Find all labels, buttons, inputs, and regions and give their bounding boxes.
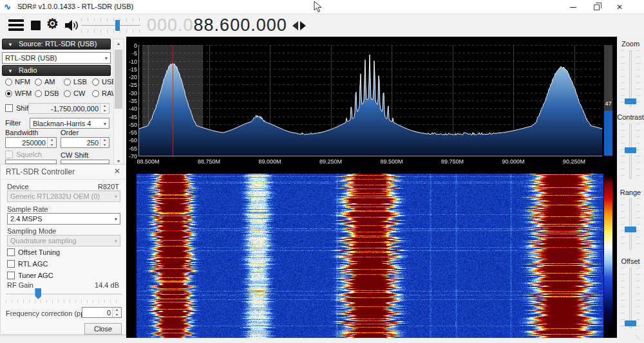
order-label: Order bbox=[61, 129, 79, 136]
contrast-slider-thumb[interactable] bbox=[625, 147, 636, 153]
radio-mode-usb[interactable]: USB bbox=[92, 78, 117, 86]
radio-button-icon[interactable] bbox=[35, 90, 42, 97]
volume-track bbox=[81, 25, 140, 26]
menu-button[interactable] bbox=[8, 19, 24, 33]
waterfall-display[interactable] bbox=[126, 172, 617, 338]
waterfall-plot[interactable] bbox=[126, 172, 617, 338]
volume-slider[interactable] bbox=[81, 14, 140, 37]
audio-mute-button[interactable] bbox=[64, 19, 80, 32]
shift-checkbox-box[interactable] bbox=[5, 104, 13, 112]
settings-gear-button[interactable]: ⚙ bbox=[46, 16, 59, 32]
frequency-display[interactable]: 000.088.600.000 bbox=[147, 14, 306, 37]
frequency-correction-label: Frequency correction (ppm) bbox=[6, 310, 93, 317]
source-device-dropdown[interactable]: RTL-SDR (USB)▾ bbox=[2, 52, 111, 64]
checkbox-label: Tuner AGC bbox=[18, 272, 53, 279]
offset-slider-label: Offset bbox=[617, 257, 644, 265]
minimize-button[interactable] bbox=[562, 0, 585, 14]
spectrum-plot[interactable] bbox=[126, 37, 617, 172]
range-slider-thumb[interactable] bbox=[625, 227, 636, 232]
scrollbar-thumb[interactable] bbox=[115, 50, 122, 109]
radio-mode-cw[interactable]: CW bbox=[64, 89, 85, 97]
filter-dropdown[interactable]: Blackman-Harris 4▾ bbox=[30, 118, 109, 129]
device-value: R820T bbox=[98, 183, 119, 190]
mouse-cursor bbox=[314, 1, 322, 13]
radio-button-icon[interactable] bbox=[64, 79, 71, 86]
spinner-arrows-icon[interactable]: ▴▾ bbox=[112, 308, 121, 317]
shift-value: -1,750,000,000 bbox=[51, 104, 99, 113]
rf-gain-slider-thumb[interactable] bbox=[35, 288, 41, 299]
cw-shift-spinner-clipped bbox=[61, 160, 109, 164]
zoom-slider-thumb[interactable] bbox=[625, 98, 636, 104]
resize-grip[interactable]: ⋱ bbox=[635, 334, 641, 340]
sample-rate-value: 2.4 MSPS bbox=[10, 215, 43, 223]
title-bar[interactable]: ∿ SDR# v1.0.0.1433 - RTL-SDR (USB) ✕ bbox=[0, 0, 644, 14]
window-title: SDR# v1.0.0.1433 - RTL-SDR (USB) bbox=[17, 3, 133, 10]
sample-rate-dropdown[interactable]: 2.4 MSPS▾ bbox=[7, 213, 120, 225]
display-controls-panel: ZoomContrastRangeOffset bbox=[617, 37, 644, 343]
db-axis-label: -30 bbox=[126, 90, 137, 97]
bandwidth-value: 250000 bbox=[22, 138, 46, 147]
radio-mode-wfm[interactable]: WFM bbox=[5, 89, 32, 97]
offset-slider-track[interactable] bbox=[629, 268, 632, 328]
sampling-mode-label: Sampling Mode bbox=[7, 227, 56, 235]
radio-mode-lsb[interactable]: LSB bbox=[64, 78, 87, 86]
offset-slider-thumb[interactable] bbox=[625, 320, 636, 326]
radio-mode-label: NFM bbox=[15, 78, 30, 86]
order-spinner[interactable]: 250 ▴▾ bbox=[61, 137, 109, 148]
radio-mode-am[interactable]: AM bbox=[35, 78, 55, 86]
shift-checkbox[interactable]: Shift bbox=[5, 104, 30, 112]
spinner-arrows-icon[interactable]: ▴▾ bbox=[100, 138, 109, 147]
source-panel-header[interactable]: ▼Source: RTL-SDR (USB) bbox=[2, 39, 111, 50]
radio-mode-nfm[interactable]: NFM bbox=[5, 78, 30, 86]
restore-button[interactable] bbox=[585, 0, 608, 14]
radio-mode-dsb[interactable]: DSB bbox=[35, 89, 59, 97]
stop-button[interactable] bbox=[31, 21, 41, 30]
frequency-correction-value: 0 bbox=[107, 308, 111, 317]
close-button[interactable]: ✕ bbox=[608, 0, 631, 14]
checkbox-box[interactable] bbox=[7, 260, 15, 268]
scroll-down-icon[interactable]: ▾ bbox=[114, 158, 123, 164]
rf-gain-value: 14.4 dB bbox=[95, 281, 119, 289]
controller-close-icon[interactable]: ✕ bbox=[114, 167, 120, 176]
db-axis-label: -60 bbox=[126, 137, 137, 144]
squelch-checkbox[interactable]: Squelch bbox=[5, 151, 42, 158]
squelch-checkbox-box bbox=[5, 151, 13, 158]
frequency-step-up-icon[interactable] bbox=[300, 21, 306, 30]
radio-panel-header[interactable]: ▼Radio bbox=[2, 65, 111, 76]
collapse-arrow-icon: ▼ bbox=[8, 40, 13, 50]
panel-scrollbar[interactable]: ▴ ▾ bbox=[113, 39, 124, 166]
spectrum-analyzer[interactable]: 47 0-5-10-15-20-25-30-35-40-45-50-55-60-… bbox=[126, 37, 617, 172]
freq-axis-label: 90.000M bbox=[502, 158, 525, 165]
freq-axis-label: 89.500M bbox=[381, 158, 403, 165]
radio-button-icon[interactable] bbox=[5, 90, 12, 97]
spinner-arrows-icon[interactable]: ▴▾ bbox=[47, 138, 56, 147]
frequency-step-down-icon[interactable] bbox=[292, 21, 298, 30]
frequency-correction-spinner[interactable]: 0 ▴▾ bbox=[82, 307, 122, 318]
radio-button-icon[interactable] bbox=[64, 90, 71, 97]
squelch-label: Squelch bbox=[16, 151, 42, 158]
radio-button-icon[interactable] bbox=[92, 90, 99, 97]
device-dropdown: Generic RTL2832U OEM (0)▾ bbox=[7, 190, 120, 202]
bandwidth-label: Bandwidth bbox=[5, 129, 38, 136]
app-logo-icon: ∿ bbox=[4, 2, 14, 12]
squelch-spinner-clipped bbox=[5, 160, 57, 164]
rtl-sdr-controller-dialog: RTL-SDR Controller ✕ Device R820T Generi… bbox=[0, 164, 126, 335]
offset-tuning-checkbox[interactable]: Offset Tuning bbox=[7, 248, 60, 256]
radio-button-icon[interactable] bbox=[92, 79, 99, 86]
tuner-agc-checkbox[interactable]: Tuner AGC bbox=[7, 272, 53, 279]
scroll-up-icon[interactable]: ▴ bbox=[114, 41, 123, 46]
chevron-down-icon: ▾ bbox=[115, 192, 117, 202]
chevron-down-icon: ▾ bbox=[104, 119, 106, 129]
rtl-agc-checkbox[interactable]: RTL AGC bbox=[7, 260, 48, 268]
bandwidth-spinner[interactable]: 250000 ▴▾ bbox=[5, 137, 57, 148]
checkbox-box[interactable] bbox=[7, 248, 15, 256]
checkbox-box[interactable] bbox=[7, 272, 15, 279]
controller-close-button[interactable]: Close bbox=[84, 323, 122, 335]
radio-button-icon[interactable] bbox=[35, 79, 42, 86]
radio-button-icon[interactable] bbox=[5, 79, 12, 86]
volume-thumb[interactable] bbox=[115, 20, 120, 31]
range-slider-track[interactable] bbox=[629, 198, 632, 250]
checkbox-label: RTL AGC bbox=[18, 260, 48, 268]
rf-gain-slider-track[interactable] bbox=[6, 293, 122, 295]
frequency-value[interactable]: 88.600.000 bbox=[194, 15, 287, 35]
